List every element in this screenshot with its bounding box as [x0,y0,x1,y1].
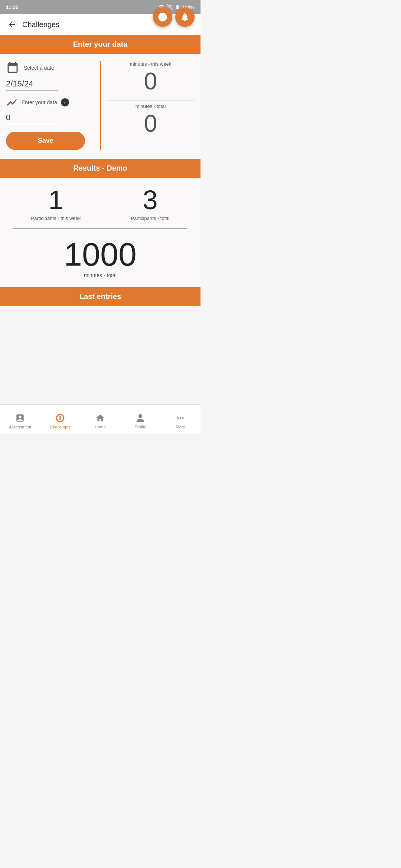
minutes-total-label: minutes - total [107,103,195,109]
date-input[interactable] [6,78,58,91]
calendar-icon [6,61,19,75]
bell-icon [180,12,190,22]
total-minutes-block: 1000 minutes - total [6,238,195,278]
nav-home-label: Home [95,425,105,429]
trend-chart-icon [6,96,18,108]
more-icon [175,413,186,423]
badge-icon [158,12,167,22]
nav-more[interactable]: More [160,405,200,434]
info-icon[interactable]: i [61,98,69,106]
home-icon [95,413,105,423]
date-row: Select a date [6,61,94,75]
last-entries-title: Last entries [79,292,121,300]
data-value-input[interactable] [6,111,58,124]
last-entries-header: Last entries [0,287,200,306]
profile-icon [135,413,146,423]
total-minutes-label: minutes - total [6,272,195,278]
nav-more-label: More [176,425,185,429]
minutes-week-label: minutes - this week [107,61,195,67]
participants-total-value: 3 [131,187,169,213]
challenges-icon [55,413,65,423]
data-input-row: Enter your data i [6,96,94,108]
save-button[interactable]: Save [6,132,85,150]
enter-data-right: minutes - this week 0 minutes - total 0 [100,61,195,150]
enter-data-left: Select a date Enter your data i Save [6,61,100,150]
minutes-total-value: 0 [107,111,195,137]
status-time: 11:32 [6,4,18,10]
enter-data-title: Enter your data [73,40,128,48]
assessment-icon [15,413,25,423]
enter-data-section: Select a date Enter your data i Save min… [0,54,200,159]
participants-week-label: Participants - this week [31,216,81,221]
total-minutes-value: 1000 [6,238,195,271]
participants-week-block: 1 Participants - this week [31,187,81,221]
minutes-total-block: minutes - total 0 [107,103,195,137]
bottom-nav: Assessment Challenges Home Profile More [0,404,200,434]
results-title: Results - Demo [73,164,127,172]
enter-data-header: Enter your data [0,35,200,54]
nav-home[interactable]: Home [80,405,120,434]
nav-assessment-label: Assessment [9,425,31,429]
date-label: Select a date [24,65,54,71]
badge-button[interactable] [153,7,172,27]
participants-total-block: 3 Participants - total [131,187,169,221]
results-divider [13,228,187,229]
nav-challenges-label: Challenges [50,425,70,429]
top-bar: Challenges [0,14,200,35]
page-title: Challenges [22,20,59,29]
participants-total-label: Participants - total [131,216,169,221]
nav-profile[interactable]: Profile [120,405,160,434]
back-button[interactable] [6,19,18,30]
nav-assessment[interactable]: Assessment [0,405,40,434]
nav-profile-label: Profile [134,425,146,429]
notification-button[interactable] [175,7,195,27]
results-grid: 1 Participants - this week 3 Participant… [6,187,195,221]
participants-week-value: 1 [31,187,81,213]
results-section: 1 Participants - this week 3 Participant… [0,178,200,287]
nav-challenges[interactable]: Challenges [40,405,80,434]
data-input-label: Enter your data [22,99,57,105]
results-header: Results - Demo [0,159,200,178]
minutes-this-week-block: minutes - this week 0 [107,61,195,94]
minutes-week-value: 0 [107,68,195,94]
top-action-buttons [153,7,195,27]
